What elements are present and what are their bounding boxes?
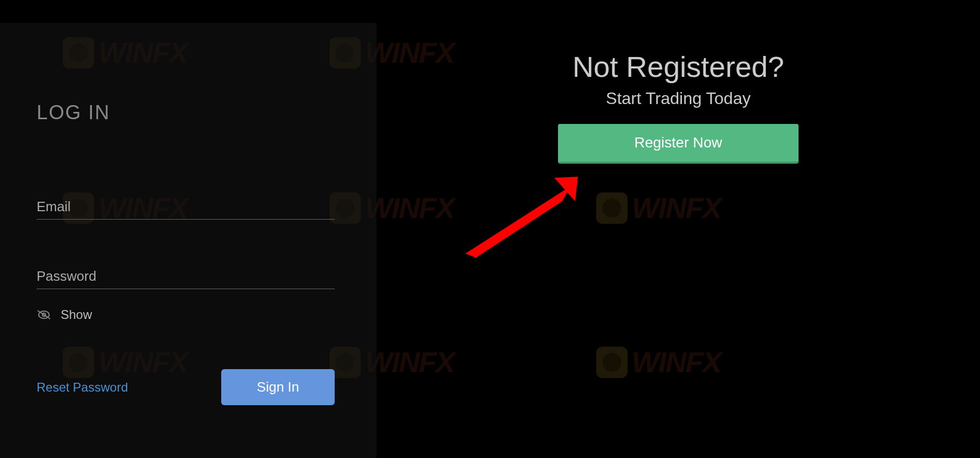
register-title: Not Registered? xyxy=(377,50,980,84)
eye-off-icon xyxy=(37,310,51,320)
reset-password-link[interactable]: Reset Password xyxy=(37,380,128,395)
email-input[interactable] xyxy=(37,194,335,220)
login-panel: LOG IN Show Reset Password Sign In xyxy=(0,23,377,458)
register-subtitle: Start Trading Today xyxy=(377,89,980,108)
signin-button[interactable]: Sign In xyxy=(221,369,335,405)
show-label: Show xyxy=(61,307,92,322)
register-panel: Not Registered? Start Trading Today Regi… xyxy=(377,0,980,458)
show-password-toggle[interactable]: Show xyxy=(37,307,343,322)
login-title: LOG IN xyxy=(37,101,343,124)
password-input[interactable] xyxy=(37,264,335,289)
register-button[interactable]: Register Now xyxy=(558,124,799,164)
